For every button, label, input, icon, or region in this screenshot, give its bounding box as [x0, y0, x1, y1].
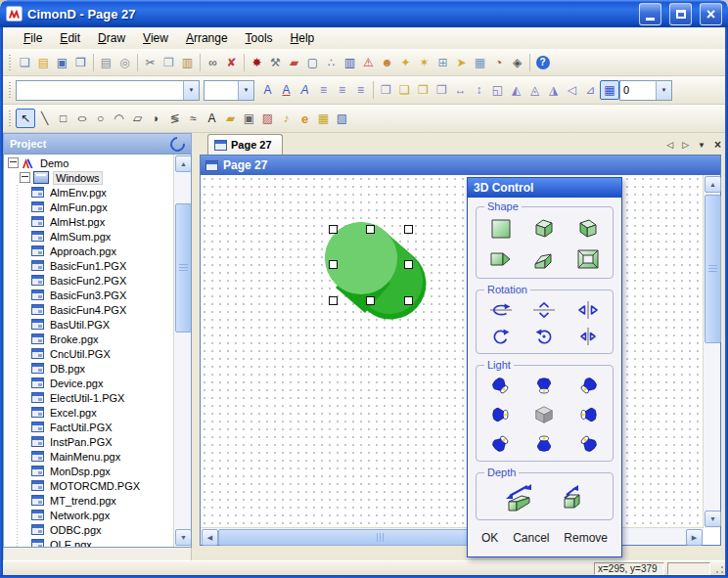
menu-item-help[interactable]: Help [282, 28, 324, 48]
trend-chart-icon[interactable]: ▥ [341, 53, 359, 72]
toolbar-grip[interactable] [9, 82, 11, 98]
text-underline-icon[interactable]: A [277, 80, 296, 100]
wizard-icon[interactable]: ✶ [415, 53, 433, 72]
scrollbar-thumb[interactable] [705, 195, 721, 343]
tree-item-factutil-pgx[interactable]: FactUtil.PGX [4, 420, 174, 434]
tree-item-basicfun1-pgx[interactable]: BasicFun1.PGX [4, 258, 174, 273]
snap-grid-icon[interactable]: ▦ [600, 80, 619, 100]
eraser-icon[interactable]: ▰ [285, 53, 303, 72]
freeline-tool-icon[interactable]: ≈ [184, 109, 203, 128]
menu-item-file[interactable]: File [15, 28, 51, 48]
light-top-button[interactable] [532, 376, 556, 397]
tree-item-ole-pgx[interactable]: OLE.pgx [4, 537, 174, 548]
selection-handle-sw[interactable] [329, 296, 338, 305]
tree-item-excel-pgx[interactable]: Excel.pgx [4, 405, 174, 420]
scheduler-icon[interactable]: ◔ [489, 53, 508, 72]
ellipse-tool-icon[interactable]: ○ [72, 109, 91, 128]
flip-vertical-icon[interactable]: ◮ [544, 80, 563, 100]
same-width-icon[interactable]: ↔ [451, 80, 470, 100]
report-icon[interactable]: ▦ [471, 53, 489, 72]
picture-object-icon[interactable]: ▧ [333, 109, 351, 128]
menu-item-draw[interactable]: Draw [89, 28, 134, 48]
menu-item-tools[interactable]: Tools [237, 28, 282, 48]
font-size-combo[interactable]: ▼ [204, 80, 254, 101]
help-icon[interactable]: ? [533, 53, 552, 72]
toolbar-grip[interactable] [9, 111, 11, 126]
users-icon[interactable]: ☻ [378, 53, 396, 72]
scrollbar-thumb[interactable] [175, 203, 192, 333]
shape-extrude-right-button[interactable] [488, 247, 514, 271]
shape-frame-button[interactable] [575, 247, 601, 271]
rotate-y-in-button[interactable] [576, 327, 600, 346]
save-all-icon[interactable]: ❐ [71, 53, 90, 72]
align-right-icon[interactable]: ≡ [351, 80, 370, 100]
tools-icon[interactable]: ⚒ [266, 53, 285, 72]
screen-icon[interactable]: ▢ [303, 53, 322, 72]
ungroup-icon[interactable]: ❏ [395, 80, 414, 100]
same-size-icon[interactable]: ◱ [488, 80, 507, 100]
selection-handle-nw[interactable] [329, 225, 338, 234]
align-center-icon[interactable]: ≡ [333, 80, 351, 100]
alarm-icon[interactable]: ⚠ [359, 53, 378, 72]
tree-item-mainmenu-pgx[interactable]: MainMenu.pgx [4, 449, 174, 464]
paste-icon[interactable]: ▥ [178, 53, 197, 72]
pie-tool-icon[interactable]: ◗ [147, 109, 165, 128]
chevron-down-icon[interactable]: ▼ [183, 81, 199, 100]
new-page-icon[interactable]: ❏ [16, 53, 34, 72]
tab-close-icon[interactable]: × [714, 138, 721, 152]
skew-icon[interactable]: ◁ [563, 80, 581, 100]
scroll-down-icon[interactable]: ▼ [705, 511, 721, 527]
polyline-tool-icon[interactable]: ≶ [165, 109, 184, 128]
cancel-button[interactable]: Cancel [511, 529, 551, 547]
scroll-left-icon[interactable]: ◀ [202, 529, 218, 546]
tree-item-almhst-pgx[interactable]: AlmHst.pgx [4, 214, 174, 229]
toolbar-grip[interactable] [9, 55, 11, 70]
table-object-icon[interactable]: ▦ [314, 109, 333, 128]
depth-decrease-button[interactable] [560, 483, 585, 512]
copy-icon[interactable]: ❐ [159, 53, 178, 72]
tree-item-instpan-pgx[interactable]: InstPan.PGX [4, 434, 174, 449]
tab-list-icon[interactable]: ▼ [698, 141, 705, 150]
arc-tool-icon[interactable]: ◠ [110, 109, 128, 128]
print-icon[interactable]: ▤ [97, 53, 115, 72]
rotate-cw-button[interactable] [489, 327, 513, 346]
resize-grip[interactable] [712, 562, 725, 575]
tree-item-approach-pgx[interactable]: Approach.pgx [4, 244, 174, 258]
tree-item-network-pgx[interactable]: Network.pgx [4, 508, 174, 522]
cut-icon[interactable]: ✂ [141, 53, 159, 72]
rotate-y-out-button[interactable] [576, 300, 600, 320]
drawing-canvas[interactable] [201, 175, 704, 528]
minimize-button[interactable] [639, 3, 661, 25]
tree-scrollbar[interactable]: ▲ ▼ [173, 155, 191, 547]
selection-handle-se[interactable] [404, 296, 413, 305]
find-replace-icon[interactable]: ✘ [222, 53, 241, 72]
line-tool-icon[interactable]: ╲ [35, 109, 54, 128]
collapse-icon[interactable] [20, 172, 30, 183]
font-name-combo[interactable]: ▼ [16, 80, 200, 101]
tree-item-odbc-pgx[interactable]: ODBC.pgx [4, 522, 174, 537]
menu-item-arrange[interactable]: Arrange [177, 28, 237, 48]
shape-box-left-button[interactable] [531, 217, 557, 241]
ok-button[interactable]: OK [479, 529, 500, 547]
tree-item-almenv-pgx[interactable]: AlmEnv.pgx [4, 185, 174, 200]
tree-item-basicfun2-pgx[interactable]: BasicFun2.PGX [4, 273, 174, 288]
flip-horizontal-icon[interactable]: ◬ [525, 80, 544, 100]
polygon-tool-icon[interactable]: ▱ [128, 109, 147, 128]
tree-item-mondsp-pgx[interactable]: MonDsp.pgx [4, 464, 174, 478]
tree-item-basicfun4-pgx[interactable]: BasicFun4.PGX [4, 302, 174, 317]
light-bottom-button[interactable] [532, 432, 556, 454]
button-object-icon[interactable]: ▣ [240, 109, 258, 128]
close-button[interactable] [700, 3, 722, 25]
tree-item-almsum-pgx[interactable]: AlmSum.pgx [4, 229, 174, 244]
rect-tool-icon[interactable]: □ [54, 109, 72, 128]
light-top-left-button[interactable] [489, 376, 513, 397]
shape-flat-button[interactable] [488, 217, 514, 241]
tree-item-electutil-1-pgx[interactable]: ElectUtil-1.PGX [4, 390, 174, 405]
selection-handle-e[interactable] [404, 260, 413, 269]
select-tool-icon[interactable]: ↖ [16, 109, 35, 128]
tree-item-broke-pgx[interactable]: Broke.pgx [4, 332, 174, 346]
selection-handle-w[interactable] [329, 260, 338, 269]
canvas-horizontal-scrollbar[interactable]: ◀ ▶ [201, 527, 704, 545]
light-left-button[interactable] [489, 404, 513, 425]
security-key-icon[interactable]: ✦ [396, 53, 415, 72]
